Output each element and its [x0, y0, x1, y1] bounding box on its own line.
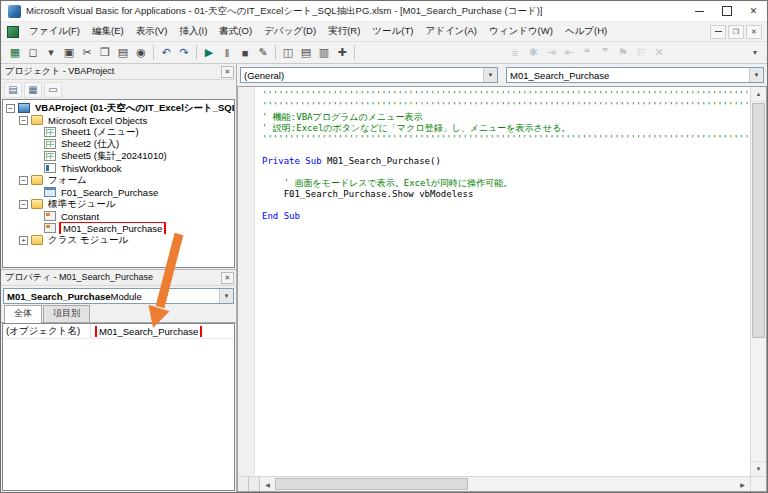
menu-item[interactable]: 挿入(I) [173, 23, 213, 40]
tree-item[interactable]: +クラス モジュール [3, 234, 234, 246]
folder-icon [31, 235, 43, 245]
collapse-icon[interactable]: − [19, 200, 28, 209]
properties-window-icon[interactable]: ▤ [297, 44, 315, 62]
child-close-icon[interactable] [746, 25, 762, 39]
toolbar-group: ▶‖■✎ [200, 44, 272, 62]
tree-item[interactable]: F01_Search_Purchase [3, 186, 234, 198]
horizontal-scroll-track[interactable] [275, 477, 735, 491]
scroll-left-icon[interactable] [260, 477, 275, 491]
properties-object-selector[interactable]: M01_Search_Purchase Module [3, 288, 234, 304]
complete-word-icon[interactable]: ✱ [524, 44, 542, 62]
menu-item[interactable]: ファイル(F) [23, 23, 86, 40]
tree-item[interactable]: Constant [3, 210, 234, 222]
full-module-view-button[interactable] [249, 477, 260, 491]
minimize-icon[interactable] [686, 1, 713, 21]
collapse-icon[interactable]: − [19, 176, 28, 185]
procedure-dropdown[interactable]: M01_Search_Purchase [506, 67, 764, 83]
collapse-icon[interactable]: − [6, 104, 15, 113]
toolbar-options-icon[interactable] [748, 44, 762, 62]
toolbox-icon[interactable]: ✚ [333, 44, 351, 62]
tree-item[interactable]: ThisWorkbook [3, 162, 234, 174]
code-line: End Sub [262, 211, 750, 222]
next-bookmark-icon[interactable]: ⚐ [632, 44, 650, 62]
tab-alphabetic[interactable]: 全体 [4, 305, 42, 323]
object-browser-icon[interactable]: ▥ [315, 44, 333, 62]
toolbar-group: ↶↷ [157, 44, 193, 62]
chevron-down-icon[interactable] [219, 289, 233, 303]
menu-item[interactable]: ヘルプ(H) [559, 23, 613, 40]
vertical-scroll-thumb[interactable] [752, 103, 765, 338]
project-panel-close-icon[interactable] [221, 66, 234, 78]
toggle-folders-icon[interactable]: ▭ [44, 82, 62, 98]
chevron-down-icon[interactable] [483, 68, 497, 82]
tree-item[interactable]: −VBAProject (01-天空へのIT_Excelシート_SQL抽 [3, 102, 234, 114]
properties-panel-close-icon[interactable] [221, 272, 234, 284]
code-line: Private Sub M01_Search_Purchase() [262, 156, 750, 167]
tree-item[interactable]: Sheet5 (集計_20241010) [3, 150, 234, 162]
reset-icon[interactable]: ■ [236, 44, 254, 62]
scroll-down-icon[interactable] [751, 461, 766, 476]
menu-item[interactable]: ウィンドウ(W) [483, 23, 559, 40]
view-excel-icon[interactable]: ▦ [6, 44, 24, 62]
tab-categorized[interactable]: 項目別 [43, 305, 90, 322]
properties-panel-header: プロパティ - M01_Search_Purchase [1, 270, 236, 286]
scroll-up-icon[interactable] [751, 87, 766, 102]
tree-item[interactable]: −標準モジュール [3, 198, 234, 210]
tree-item[interactable]: −フォーム [3, 174, 234, 186]
find-icon[interactable]: ◉ [132, 44, 150, 62]
save-icon[interactable]: ▣ [60, 44, 78, 62]
chevron-down-icon[interactable] [749, 68, 763, 82]
property-row[interactable]: (オブジェクト名)M01_Search_Purchase [3, 324, 234, 339]
toggle-bookmark-icon[interactable]: ⚑ [614, 44, 632, 62]
view-code-icon[interactable]: ▤ [4, 82, 22, 98]
menu-item[interactable]: アドイン(A) [419, 23, 483, 40]
left-column: プロジェクト - VBAProject ▤▦▭ −VBAProject (01-… [1, 64, 237, 492]
tree-item[interactable]: Sheet1 (メニュー) [3, 126, 234, 138]
tree-item[interactable]: −Microsoft Excel Objects [3, 114, 234, 126]
vb-app-icon [8, 5, 21, 18]
clear-bookmarks-icon[interactable]: ✕ [650, 44, 668, 62]
menu-item[interactable]: 表示(V) [130, 23, 174, 40]
tree-item[interactable]: M01_Search_Purchase [3, 222, 234, 234]
object-dropdown[interactable]: (General) [240, 67, 498, 83]
vertical-scrollbar[interactable] [750, 87, 766, 476]
code-dropdown-row: (General) M01_Search_Purchase [237, 64, 767, 86]
comment-block-icon[interactable]: ❝ [578, 44, 596, 62]
insert-dropdown-icon[interactable]: ▾ [42, 44, 60, 62]
copy-icon[interactable]: ❐ [96, 44, 114, 62]
folder-icon [31, 115, 43, 125]
code-editor[interactable]: ''''''''''''''''''''''''''''''''''''''''… [256, 87, 750, 476]
expand-icon[interactable]: + [19, 236, 28, 245]
menu-item[interactable]: 書式(O) [213, 23, 258, 40]
cut-icon[interactable]: ✂ [78, 44, 96, 62]
horizontal-scroll-thumb[interactable] [275, 478, 468, 490]
tree-item[interactable]: Sheet2 (仕入) [3, 138, 234, 150]
property-name: (オブジェクト名) [3, 324, 91, 338]
project-explorer-icon[interactable]: ◫ [279, 44, 297, 62]
indent-icon[interactable]: ⇥ [542, 44, 560, 62]
outdent-icon[interactable]: ⇤ [560, 44, 578, 62]
break-icon[interactable]: ‖ [218, 44, 236, 62]
maximize-icon[interactable] [713, 1, 740, 21]
child-minimize-icon[interactable] [710, 25, 726, 39]
uncomment-block-icon[interactable]: ❞ [596, 44, 614, 62]
menu-item[interactable]: デバッグ(D) [258, 23, 322, 40]
list-properties-icon[interactable]: ≡ [506, 44, 524, 62]
scroll-right-icon[interactable] [735, 477, 750, 491]
menu-item[interactable]: ツール(T) [366, 23, 419, 40]
paste-icon[interactable]: ▤ [114, 44, 132, 62]
undo-icon[interactable]: ↶ [157, 44, 175, 62]
insert-userform-icon[interactable]: ◻ [24, 44, 42, 62]
menu-item[interactable]: 編集(E) [86, 23, 130, 40]
menu-item[interactable]: 実行(R) [322, 23, 366, 40]
close-icon[interactable] [740, 1, 767, 21]
child-restore-icon[interactable] [728, 25, 744, 39]
horizontal-scrollbar [237, 476, 767, 492]
collapse-icon[interactable]: − [19, 116, 28, 125]
design-mode-icon[interactable]: ✎ [254, 44, 272, 62]
redo-icon[interactable]: ↷ [175, 44, 193, 62]
procedure-view-button[interactable] [238, 477, 249, 491]
run-icon[interactable]: ▶ [200, 44, 218, 62]
view-object-icon[interactable]: ▦ [24, 82, 42, 98]
property-value[interactable]: M01_Search_Purchase [91, 326, 234, 337]
